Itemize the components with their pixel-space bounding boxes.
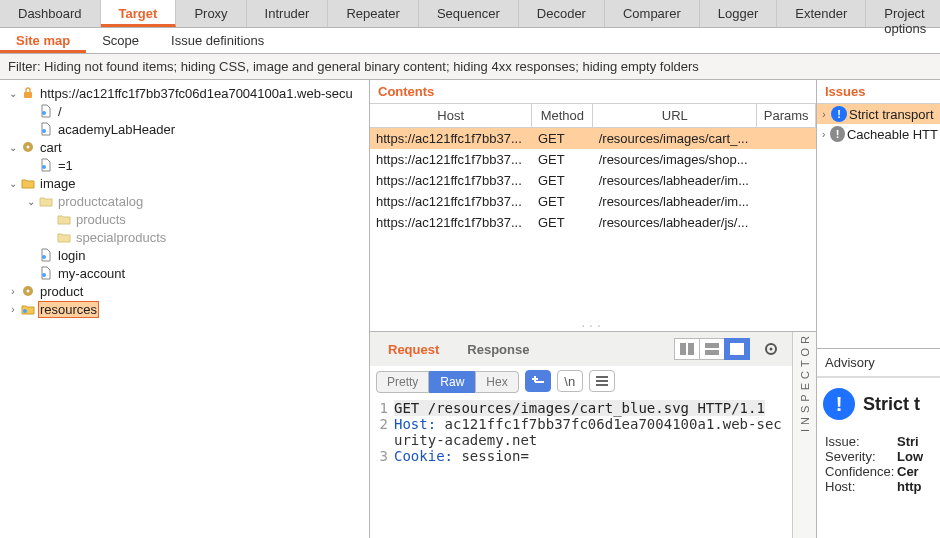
- inspector-rail[interactable]: INSPECTOR: [792, 332, 816, 538]
- http-line[interactable]: GET /resources/images/cart_blue.svg HTTP…: [394, 400, 765, 416]
- file-icon: [38, 103, 54, 119]
- folder-icon: [20, 175, 36, 191]
- tree-label: image: [38, 176, 77, 191]
- svg-rect-11: [680, 343, 686, 355]
- main-tab-repeater[interactable]: Repeater: [328, 0, 418, 27]
- format-pretty-button[interactable]: Pretty: [376, 371, 429, 393]
- tree-row[interactable]: ⌄image: [0, 174, 369, 192]
- gutter-linenum: 2: [376, 416, 394, 448]
- column-header-url[interactable]: URL: [593, 104, 757, 128]
- svg-rect-14: [705, 350, 719, 355]
- cell-method: GET: [532, 170, 593, 191]
- column-header-params[interactable]: Params: [757, 104, 816, 128]
- tree-toggle-icon[interactable]: ›: [8, 304, 18, 315]
- center-pane: Contents HostMethodURLParams https://ac1…: [370, 80, 816, 538]
- http-line[interactable]: Cookie: session=: [394, 448, 529, 464]
- format-hex-button[interactable]: Hex: [475, 371, 518, 393]
- cell-url: /resources/labheader/im...: [593, 191, 757, 212]
- filter-bar[interactable]: Filter: Hiding not found items; hiding C…: [0, 54, 940, 80]
- sitemap-tree[interactable]: ⌄https://ac121ffc1f7bb37fc06d1ea7004100a…: [0, 80, 370, 538]
- newline-toggle[interactable]: \n: [557, 370, 583, 392]
- tree-row[interactable]: ⌄productcatalog: [0, 192, 369, 210]
- panel-settings-icon[interactable]: [758, 338, 784, 360]
- cell-host: https://ac121ffc1f7bb37...: [370, 170, 532, 191]
- http-message-view[interactable]: 1GET /resources/images/cart_blue.svg HTT…: [370, 396, 792, 538]
- issue-row[interactable]: ›!Strict transport: [817, 104, 940, 124]
- svg-point-9: [27, 290, 30, 293]
- main-tab-decoder[interactable]: Decoder: [519, 0, 605, 27]
- tree-toggle-icon[interactable]: ⌄: [8, 88, 18, 99]
- cell-params: [757, 191, 816, 212]
- table-row[interactable]: https://ac121ffc1f7bb37...GET/resources/…: [370, 191, 816, 212]
- main-tab-extender[interactable]: Extender: [777, 0, 866, 27]
- tree-toggle-icon[interactable]: ⌄: [26, 196, 36, 207]
- advisory-value: Cer: [897, 464, 932, 479]
- layout-rows-button[interactable]: [699, 338, 725, 360]
- tree-row[interactable]: ›resources: [0, 300, 369, 318]
- sub-tab-scope[interactable]: Scope: [86, 28, 155, 53]
- advisory-value: Low: [897, 449, 932, 464]
- main-tab-dashboard[interactable]: Dashboard: [0, 0, 101, 27]
- advisory-badge-icon: !: [823, 388, 855, 420]
- tree-toggle-icon[interactable]: ›: [8, 286, 18, 297]
- hamburger-menu-icon[interactable]: [589, 370, 615, 392]
- sub-tab-issue-definitions[interactable]: Issue definitions: [155, 28, 280, 53]
- contents-table[interactable]: HostMethodURLParams https://ac121ffc1f7b…: [370, 104, 816, 233]
- main-tab-project-options[interactable]: Project options: [866, 0, 940, 27]
- tree-row[interactable]: academyLabHeader: [0, 120, 369, 138]
- issue-toggle-icon[interactable]: ›: [819, 129, 828, 140]
- tree-row[interactable]: ›product: [0, 282, 369, 300]
- format-raw-button[interactable]: Raw: [429, 371, 475, 393]
- tree-toggle-icon[interactable]: ⌄: [8, 142, 18, 153]
- tree-row[interactable]: specialproducts: [0, 228, 369, 246]
- advisory-key: Issue:: [825, 434, 897, 449]
- main-tab-logger[interactable]: Logger: [700, 0, 777, 27]
- sub-tabbar: Site mapScopeIssue definitions: [0, 28, 940, 54]
- main-tab-target[interactable]: Target: [101, 0, 177, 27]
- layout-columns-button[interactable]: [674, 338, 700, 360]
- tree-row[interactable]: ⌄cart: [0, 138, 369, 156]
- svg-rect-13: [705, 343, 719, 348]
- tree-label: resources: [38, 301, 99, 318]
- tree-row[interactable]: my-account: [0, 264, 369, 282]
- table-row[interactable]: https://ac121ffc1f7bb37...GET/resources/…: [370, 170, 816, 191]
- svg-point-4: [27, 146, 30, 149]
- main-tab-comparer[interactable]: Comparer: [605, 0, 700, 27]
- tree-row[interactable]: =1: [0, 156, 369, 174]
- tree-row[interactable]: products: [0, 210, 369, 228]
- actions-button[interactable]: [525, 370, 551, 392]
- main-tab-intruder[interactable]: Intruder: [247, 0, 329, 27]
- issue-severity-icon: !: [830, 126, 845, 142]
- table-row[interactable]: https://ac121ffc1f7bb37...GET/resources/…: [370, 128, 816, 150]
- table-row[interactable]: https://ac121ffc1f7bb37...GET/resources/…: [370, 149, 816, 170]
- tree-row[interactable]: login: [0, 246, 369, 264]
- http-line[interactable]: Host: ac121ffc1f7bb37fc06d1ea7004100a1.w…: [394, 416, 786, 448]
- advisory-key: Confidence:: [825, 464, 897, 479]
- tree-row[interactable]: ⌄https://ac121ffc1f7bb37fc06d1ea7004100a…: [0, 84, 369, 102]
- advisory-title: Strict t: [863, 394, 920, 415]
- cell-method: GET: [532, 128, 593, 150]
- tree-toggle-icon[interactable]: ⌄: [8, 178, 18, 189]
- layout-single-button[interactable]: [724, 338, 750, 360]
- tree-row[interactable]: /: [0, 102, 369, 120]
- horizontal-splitter[interactable]: ···: [370, 317, 816, 331]
- folder-grey-icon: [56, 229, 72, 245]
- workspace: ⌄https://ac121ffc1f7bb37fc06d1ea7004100a…: [0, 80, 940, 538]
- issue-toggle-icon[interactable]: ›: [819, 109, 829, 120]
- main-tab-proxy[interactable]: Proxy: [176, 0, 246, 27]
- issue-row[interactable]: ›!Cacheable HTT: [817, 124, 940, 144]
- file-icon: [38, 121, 54, 137]
- file-icon: [38, 265, 54, 281]
- reqres-tab-response[interactable]: Response: [453, 336, 543, 363]
- tree-label: https://ac121ffc1f7bb37fc06d1ea7004100a1…: [38, 86, 355, 101]
- main-tab-sequencer[interactable]: Sequencer: [419, 0, 519, 27]
- sub-tab-site-map[interactable]: Site map: [0, 28, 86, 53]
- issues-list[interactable]: ›!Strict transport›!Cacheable HTT: [817, 104, 940, 144]
- column-header-host[interactable]: Host: [370, 104, 532, 128]
- column-header-method[interactable]: Method: [532, 104, 593, 128]
- advisory-tab[interactable]: Advisory: [817, 349, 940, 378]
- table-row[interactable]: https://ac121ffc1f7bb37...GET/resources/…: [370, 212, 816, 233]
- reqres-tab-request[interactable]: Request: [374, 336, 453, 363]
- svg-point-6: [42, 255, 46, 259]
- gutter-linenum: 1: [376, 400, 394, 416]
